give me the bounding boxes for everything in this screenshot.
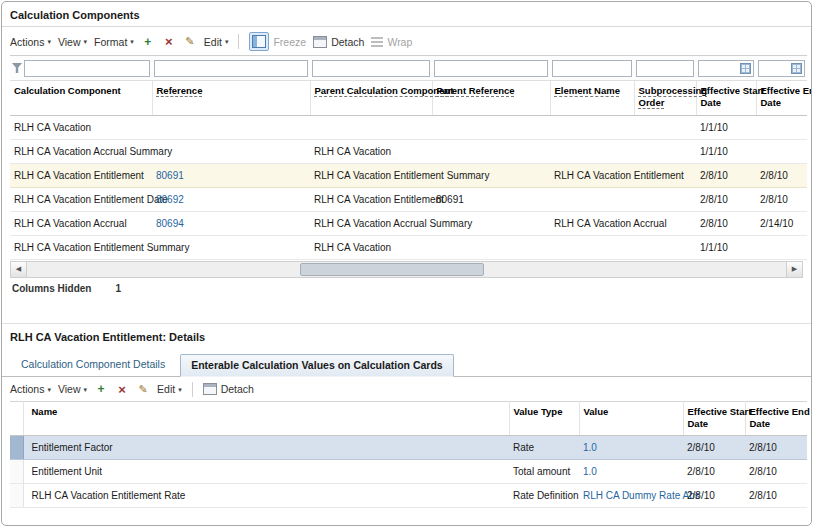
- cell-calculation-component: RLH CA Vacation: [10, 115, 152, 139]
- cell-parent-reference: [432, 139, 550, 163]
- horizontal-scrollbar[interactable]: ◀ ▶: [10, 261, 803, 278]
- filter-end-date-input[interactable]: [758, 60, 805, 77]
- table-row[interactable]: RLH CA Vacation 1/1/10: [10, 115, 807, 139]
- table-row-selected[interactable]: RLH CA Vacation Entitlement 80691 RLH CA…: [10, 163, 807, 187]
- value-link[interactable]: 1.0: [583, 466, 597, 477]
- view-menu[interactable]: View ▾: [58, 383, 87, 395]
- table-row[interactable]: RLH CA Vacation Entitlement Date 80692 R…: [10, 187, 807, 211]
- filter-parent-reference-input[interactable]: [434, 60, 548, 77]
- table-header-row: Name Value Type Value Effective Start Da…: [10, 401, 807, 436]
- add-icon[interactable]: +: [94, 382, 108, 396]
- column-header-reference[interactable]: Reference: [152, 81, 310, 116]
- tab-enterable-calculation-values[interactable]: Enterable Calculation Values on Calculat…: [180, 354, 453, 377]
- table-row[interactable]: RLH CA Vacation Accrual Summary RLH CA V…: [10, 139, 807, 163]
- tab-calculation-component-details[interactable]: Calculation Component Details: [10, 353, 176, 376]
- cell-calculation-component: RLH CA Vacation Accrual Summary: [10, 139, 152, 163]
- cell-end-date: 2/8/10: [756, 187, 807, 211]
- edit-menu[interactable]: Edit ▾: [157, 383, 182, 395]
- edit-pencil-icon[interactable]: ✎: [136, 382, 150, 396]
- column-header-effective-end-date: Effective End Date: [745, 401, 807, 436]
- cell-value-type: Total amount: [509, 460, 579, 484]
- cell-parent-component: RLH CA Vacation Entitlement: [310, 187, 432, 211]
- column-header-parent-reference[interactable]: Parent Reference: [432, 81, 550, 116]
- calculation-components-panel: Calculation Components Actions ▾ View ▾ …: [2, 2, 811, 299]
- cell-calculation-component: RLH CA Vacation Accrual: [10, 211, 152, 235]
- table-row[interactable]: RLH CA Vacation Entitlement Summary RLH …: [10, 235, 807, 259]
- row-selector[interactable]: [10, 460, 23, 484]
- filter-start-date-input[interactable]: [698, 60, 754, 77]
- cell-reference: [152, 139, 310, 163]
- reference-link[interactable]: 80691: [156, 170, 184, 181]
- freeze-toggle[interactable]: [249, 32, 269, 51]
- components-toolbar: Actions ▾ View ▾ Format ▾ + × ✎ Edit ▾ F…: [2, 27, 811, 55]
- cell-start-date: 2/8/10: [683, 436, 745, 460]
- view-menu[interactable]: View ▾: [58, 36, 87, 48]
- format-menu[interactable]: Format ▾: [94, 36, 134, 48]
- date-picker-grid-icon[interactable]: [791, 63, 802, 74]
- cell-start-date: 1/1/10: [696, 115, 756, 139]
- actions-menu-label: Actions: [10, 383, 44, 395]
- scrollbar-thumb[interactable]: [300, 263, 484, 276]
- detach-label: Detach: [331, 36, 364, 48]
- detach-icon: [203, 383, 217, 395]
- scrollbar-track[interactable]: [27, 262, 786, 277]
- column-header-subprocessing-order[interactable]: Subprocessing Order: [634, 81, 696, 116]
- cell-parent-reference: [432, 235, 550, 259]
- query-by-example-icon[interactable]: [12, 63, 22, 73]
- cell-end-date: 2/8/10: [745, 436, 807, 460]
- column-header-parent-calculation-component[interactable]: Parent Calculation Component: [310, 81, 432, 116]
- cell-end-date: 2/8/10: [745, 484, 807, 508]
- toolbar-separator: [238, 34, 239, 49]
- row-selector[interactable]: [10, 436, 23, 460]
- cell-start-date: 2/8/10: [696, 187, 756, 211]
- cell-parent-reference: [432, 115, 550, 139]
- filter-row: [10, 56, 807, 81]
- columns-hidden-status: Columns Hidden 1: [2, 278, 811, 299]
- cell-calculation-component: RLH CA Vacation Entitlement Date: [10, 187, 152, 211]
- reference-link[interactable]: 80692: [156, 194, 184, 205]
- table-row-selected[interactable]: Entitlement Factor Rate 1.0 2/8/10 2/8/1…: [10, 436, 807, 460]
- value-link[interactable]: RLH CA Dummy Rate Abs: [583, 490, 700, 501]
- edit-menu-label: Edit: [204, 36, 222, 48]
- column-header-value-type: Value Type: [509, 401, 579, 436]
- cell-parent-component: RLH CA Vacation Accrual Summary: [310, 211, 432, 235]
- edit-pencil-icon[interactable]: ✎: [183, 35, 197, 49]
- filter-reference-input[interactable]: [154, 60, 308, 77]
- filter-parent-component-input[interactable]: [312, 60, 430, 77]
- filter-element-name-input[interactable]: [552, 60, 632, 77]
- table-row[interactable]: RLH CA Vacation Accrual 80694 RLH CA Vac…: [10, 211, 807, 235]
- cell-parent-reference: 80691: [432, 187, 550, 211]
- delete-icon[interactable]: ×: [115, 382, 129, 396]
- column-header-element-name[interactable]: Element Name: [550, 81, 634, 116]
- date-picker-grid-icon[interactable]: [740, 63, 751, 74]
- cell-end-date: 2/14/10: [756, 211, 807, 235]
- chevron-down-icon: ▾: [84, 38, 88, 45]
- detach-button[interactable]: Detach: [313, 36, 364, 48]
- filter-subprocessing-order-input[interactable]: [636, 60, 694, 77]
- cell-end-date: [756, 139, 807, 163]
- value-link[interactable]: 1.0: [583, 442, 597, 453]
- delete-icon[interactable]: ×: [162, 35, 176, 49]
- details-toolbar: Actions ▾ View ▾ + × ✎ Edit ▾ Detach: [2, 377, 811, 401]
- row-selector[interactable]: [10, 484, 23, 508]
- filter-calculation-component-input[interactable]: [24, 60, 150, 77]
- detach-button[interactable]: Detach: [203, 383, 254, 395]
- column-header-value: Value: [579, 401, 683, 436]
- cell-start-date: 1/1/10: [696, 139, 756, 163]
- column-header-effective-end-date: Effective End Date: [756, 81, 807, 116]
- cell-subprocessing-order: [634, 139, 696, 163]
- freeze-button: Freeze: [249, 32, 306, 51]
- edit-menu-label: Edit: [157, 383, 175, 395]
- table-row[interactable]: RLH CA Vacation Entitlement Rate Rate De…: [10, 484, 807, 508]
- reference-link[interactable]: 80694: [156, 218, 184, 229]
- table-row[interactable]: Entitlement Unit Total amount 1.0 2/8/10…: [10, 460, 807, 484]
- add-icon[interactable]: +: [141, 35, 155, 49]
- scroll-left-icon[interactable]: ◀: [11, 262, 27, 277]
- scroll-right-icon[interactable]: ▶: [786, 262, 802, 277]
- wrap-button: Wrap: [371, 36, 412, 48]
- chevron-down-icon: ▾: [178, 386, 182, 393]
- row-selector-header: [10, 401, 23, 436]
- edit-menu[interactable]: Edit ▾: [204, 36, 229, 48]
- actions-menu[interactable]: Actions ▾: [10, 383, 51, 395]
- actions-menu[interactable]: Actions ▾: [10, 36, 51, 48]
